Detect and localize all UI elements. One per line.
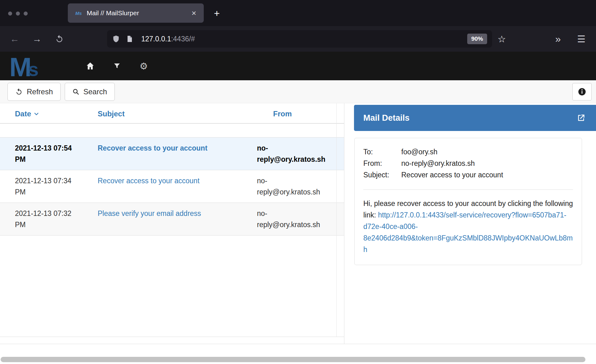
browser-navbar: ← → 127.0.0.1:4436/# 90% ☆ » ☰ bbox=[0, 26, 596, 52]
browser-tabstrip: Ms Mail // MailSlurper × + bbox=[0, 0, 596, 26]
new-tab-button[interactable]: + bbox=[209, 6, 225, 21]
mail-list-panel: Date Subject From 2021-12-13 07:54 PM Re… bbox=[0, 103, 344, 337]
to-value: foo@ory.sh bbox=[401, 146, 573, 158]
mail-from: no-reply@ory.kratos.sh bbox=[257, 175, 328, 198]
sort-chevron-down-icon bbox=[34, 111, 39, 117]
mail-subject-link[interactable]: Please verify your email address bbox=[98, 208, 257, 230]
mail-date: 2021-12-13 07:54 PM bbox=[15, 142, 98, 165]
reload-button[interactable] bbox=[51, 30, 68, 47]
meta-row-to: To: foo@ory.sh bbox=[363, 146, 573, 158]
home-icon[interactable] bbox=[84, 60, 96, 72]
from-label: From: bbox=[363, 158, 401, 169]
mail-rows: 2021-12-13 07:54 PM Recover access to yo… bbox=[0, 137, 344, 236]
mail-from: no-reply@ory.kratos.sh bbox=[257, 142, 328, 165]
search-button[interactable]: Search bbox=[65, 83, 115, 101]
url-bar[interactable]: 127.0.0.1:4436/# 90% bbox=[107, 30, 492, 48]
column-header-from[interactable]: From bbox=[257, 110, 328, 118]
bookmark-star-icon[interactable]: ☆ bbox=[495, 26, 508, 52]
mailslurper-logo: M s bbox=[9, 52, 39, 80]
mail-body: Hi, please recover access to your accoun… bbox=[363, 198, 573, 255]
mail-list-row[interactable]: 2021-12-13 07:32 PM Please verify your e… bbox=[0, 203, 344, 236]
meta-row-subject: Subject: Recover access to your account bbox=[363, 169, 573, 181]
horizontal-scrollbar[interactable] bbox=[1, 357, 585, 362]
mail-date: 2021-12-13 07:34 PM bbox=[15, 175, 98, 198]
app-toolbar: Refresh Search bbox=[0, 80, 596, 103]
search-icon bbox=[72, 88, 79, 95]
url-text[interactable]: 127.0.0.1:4436/# bbox=[141, 35, 195, 43]
url-path: :4436/# bbox=[171, 35, 195, 43]
column-header-date[interactable]: Date bbox=[15, 110, 98, 118]
url-host: 127.0.0.1 bbox=[141, 35, 171, 43]
from-header-label: From bbox=[273, 110, 292, 118]
window-dot[interactable] bbox=[16, 12, 20, 16]
settings-gear-icon[interactable]: ⚙ bbox=[137, 60, 150, 72]
subject-label: Subject: bbox=[363, 169, 401, 181]
from-value: no-reply@ory.kratos.sh bbox=[401, 158, 573, 169]
info-button[interactable] bbox=[572, 83, 592, 100]
window-dot[interactable] bbox=[8, 12, 12, 16]
tab-title: Mail // MailSlurper bbox=[87, 9, 188, 17]
to-label: To: bbox=[363, 146, 401, 158]
mail-subject-link[interactable]: Recover access to your account bbox=[98, 142, 257, 165]
refresh-label: Refresh bbox=[27, 87, 53, 96]
search-label: Search bbox=[83, 87, 107, 96]
toolbar-overflow-icon[interactable]: » bbox=[551, 26, 566, 52]
refresh-icon bbox=[15, 88, 23, 96]
tab-close-icon[interactable]: × bbox=[192, 8, 196, 18]
zoom-level-badge[interactable]: 90% bbox=[467, 34, 487, 44]
column-header-subject[interactable]: Subject bbox=[98, 110, 257, 118]
logo-letter-s: s bbox=[28, 58, 39, 80]
mail-date: 2021-12-13 07:32 PM bbox=[15, 208, 98, 230]
back-button[interactable]: ← bbox=[6, 30, 23, 47]
refresh-button[interactable]: Refresh bbox=[7, 83, 61, 101]
page-info-icon[interactable] bbox=[126, 35, 133, 43]
mail-list-header: Date Subject From bbox=[0, 103, 344, 124]
filter-icon[interactable] bbox=[111, 60, 123, 72]
hamburger-menu-icon[interactable]: ☰ bbox=[573, 26, 590, 52]
window-dot[interactable] bbox=[24, 12, 28, 16]
reload-icon bbox=[55, 35, 64, 43]
recovery-link[interactable]: http://127.0.0.1:4433/self-service/recov… bbox=[363, 211, 573, 254]
details-divider bbox=[363, 189, 573, 190]
mail-list-row[interactable]: 2021-12-13 07:54 PM Recover access to yo… bbox=[0, 137, 344, 170]
mail-from: no-reply@ory.kratos.sh bbox=[257, 208, 328, 230]
info-icon bbox=[578, 87, 586, 96]
open-external-icon[interactable] bbox=[575, 112, 587, 124]
mail-details-title: Mail Details bbox=[363, 113, 575, 123]
meta-row-from: From: no-reply@ory.kratos.sh bbox=[363, 158, 573, 169]
app-header: M s ⚙ bbox=[0, 52, 596, 80]
subject-value: Recover access to your account bbox=[401, 169, 573, 181]
forward-button[interactable]: → bbox=[29, 30, 45, 47]
bottom-divider bbox=[0, 344, 596, 344]
shield-icon[interactable] bbox=[112, 35, 120, 43]
mail-details-card: To: foo@ory.sh From: no-reply@ory.kratos… bbox=[354, 138, 582, 265]
browser-tab[interactable]: Ms Mail // MailSlurper × bbox=[68, 3, 204, 23]
mail-subject-link[interactable]: Recover access to your account bbox=[98, 175, 257, 198]
mail-list-row[interactable]: 2021-12-13 07:34 PM Recover access to yo… bbox=[0, 170, 344, 203]
screen: Ms Mail // MailSlurper × + ← → 127.0.0.1… bbox=[0, 0, 596, 364]
window-controls[interactable] bbox=[8, 12, 28, 16]
logo-letter-m: M bbox=[9, 54, 30, 80]
tab-favicon-icon: Ms bbox=[75, 11, 82, 16]
date-header-label: Date bbox=[15, 110, 31, 118]
mail-details-panel: Mail Details To: foo@ory.sh From: no-rep… bbox=[344, 103, 596, 344]
mail-details-header: Mail Details bbox=[354, 105, 596, 131]
subject-header-label: Subject bbox=[98, 110, 125, 118]
